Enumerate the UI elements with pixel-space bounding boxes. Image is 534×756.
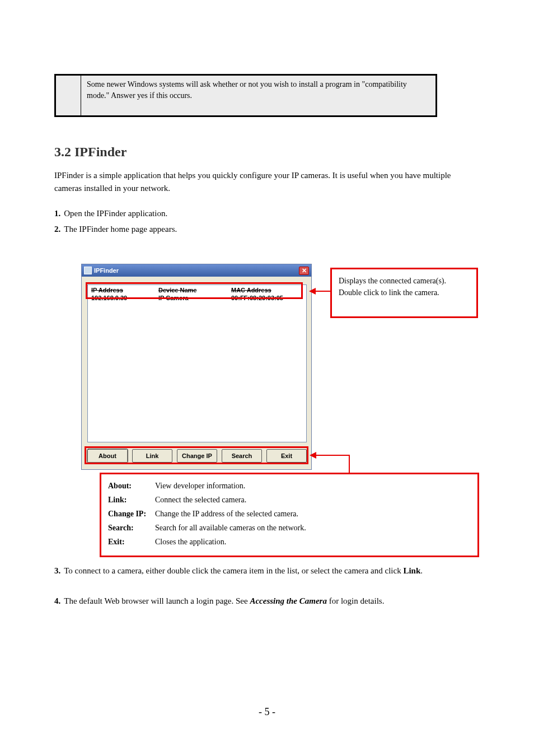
note-text: Some newer Windows systems will ask whet… (81, 76, 435, 105)
step-2: 2.The IPFinder home page appears. (54, 223, 480, 236)
step-1-text: Open the IPFinder application. (64, 209, 167, 218)
callout-search-desc: Search for all available cameras on the … (155, 522, 471, 534)
intro-paragraph: IPFinder is a simple application that he… (54, 169, 480, 195)
callout-changeip-desc: Change the IP address of the selected ca… (155, 508, 471, 520)
step-2-text: The IPFinder home page appears. (64, 225, 177, 234)
callout-changeip-label: Change IP: (108, 508, 155, 520)
callout-device-list: Displays the connected camera(s). Double… (330, 268, 478, 318)
callout-exit: Exit: Closes the application. (108, 536, 471, 548)
highlight-buttons (85, 446, 308, 464)
ipfinder-title: IPFinder (94, 267, 119, 274)
step-4-num: 4. (54, 596, 60, 605)
step-1-num: 1. (54, 209, 60, 218)
callout-exit-label: Exit: (108, 536, 155, 548)
step-4-c: for login details. (327, 596, 384, 605)
section-title: 3.2 IPFinder (54, 144, 127, 160)
callout-search: Search: Search for all available cameras… (108, 522, 471, 534)
callout-exit-desc: Closes the application. (155, 536, 471, 548)
callout-link: Link: Connect the selected camera. (108, 494, 471, 506)
arrow-left-icon (309, 288, 316, 295)
step-3-a: To connect to a camera, either double cl… (64, 566, 403, 575)
callout-about-label: About: (108, 480, 155, 492)
note-box: Some newer Windows systems will ask whet… (54, 74, 437, 117)
callout-changeip: Change IP: Change the IP address of the … (108, 508, 471, 520)
step-4: 4.The default Web browser will launch a … (54, 595, 480, 608)
callout-about: About: View developer information. (108, 480, 471, 492)
ipfinder-titlebar: IPFinder ✕ (82, 264, 311, 277)
step-3-num: 3. (54, 566, 60, 575)
callout-top-line2: Double click to link the camera. (339, 287, 470, 298)
callout-link-desc: Connect the selected camera. (155, 494, 471, 506)
callout-link-label: Link: (108, 494, 155, 506)
callout-line-bot-h (316, 455, 350, 456)
step-3-c: . (420, 566, 423, 575)
step-1: 1.Open the IPFinder application. (54, 207, 480, 220)
device-list: IP Address Device Name MAC Address 192.1… (87, 284, 307, 442)
close-icon[interactable]: ✕ (299, 267, 309, 275)
highlight-device-row (86, 282, 303, 299)
callout-search-label: Search: (108, 522, 155, 534)
callout-buttons: About: View developer information. Link:… (100, 473, 479, 557)
callout-line-bot-v (349, 455, 350, 473)
arrow-left-icon (310, 452, 316, 459)
app-icon (84, 267, 92, 274)
step-4-b: Accessing the Camera (250, 596, 327, 605)
step-4-a: The default Web browser will launch a lo… (64, 596, 250, 605)
callout-about-desc: View developer information. (155, 480, 471, 492)
note-icon (56, 76, 81, 115)
step-3: 3.To connect to a camera, either double … (54, 564, 480, 577)
page-number: - 5 - (0, 706, 534, 718)
step-2-num: 2. (54, 225, 60, 234)
callout-top-line1: Displays the connected camera(s). (339, 275, 470, 287)
callout-line-top (316, 291, 330, 292)
step-3-b: Link (403, 566, 420, 575)
